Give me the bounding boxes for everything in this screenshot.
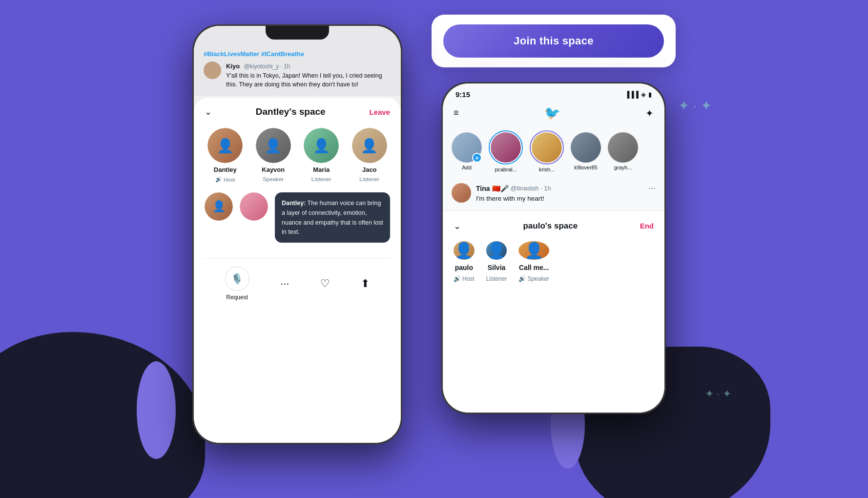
heart-icon[interactable]: ♡ [320,277,330,290]
story-krish[interactable]: krish... [530,130,564,172]
story-add[interactable]: + Add [452,132,482,170]
paulo-role: 🔊Host [454,275,475,282]
share-icon[interactable]: ⬆ [361,277,370,290]
right-phone: 9:15 ▐▐▐ ◈ ▮ ≡ 🐦 ✦ [441,82,666,414]
tina-tweet-text: I'm there with my heart! [476,194,656,204]
paulo-space-title: paulo's space [523,221,578,231]
share-action[interactable]: ⬆ [361,277,370,290]
microphone-icon[interactable]: 🎙️ [225,267,249,291]
participant-maria: 👤 Maria Listener [301,128,342,183]
silvia-participant: 👤 Silvia Listener [486,241,507,282]
maria-role: Listener [311,176,331,182]
paulo-name: paulo [455,264,473,271]
callme-participant: 👤 Call me... 🔊Speaker [518,241,549,282]
participant-jaco: 👤 Jaco Listener [349,128,391,183]
join-card: Join this space [432,15,676,67]
maria-avatar: 👤 [304,128,339,163]
story-k9lover[interactable]: k9lover85 [571,132,601,170]
speaking-box: Dantley: The human voice can bring a lay… [275,192,390,243]
story-krish-ring [530,130,564,165]
paulo-space-sheet: ⌄ paulo's space End 👤 paulo 🔊Host [443,213,664,413]
paulo-host-icon: 🔊 [454,275,461,282]
story-grayh-avatar [608,132,638,163]
callme-name: Call me... [519,264,549,271]
tweet-more-icon[interactable]: ··· [648,183,656,193]
story-add-avatar-wrap: + [452,132,482,163]
join-this-space-button[interactable]: Join this space [443,24,664,58]
more-icon[interactable]: ··· [280,277,289,290]
speaking-name: Dantley: [282,200,306,207]
tweet-handle: @kiyotoshi_y · 1h [244,63,290,70]
participant-kayvon: 👤 Kayvon Speaker [253,128,294,183]
tweet-right: Tina 🇨🇳🎤 @tinastsh · 1h ··· I'm there wi… [443,178,664,211]
wifi-icon: ◈ [641,91,646,98]
story-krish-avatar [532,132,562,163]
tina-tweet-content: Tina 🇨🇳🎤 @tinastsh · 1h ··· I'm there wi… [476,183,656,204]
left-phone-notch [266,26,329,40]
dantley-avatar: 👤 [207,128,243,163]
chevron-down-icon[interactable]: ⌄ [205,106,212,117]
twitter-header: ≡ 🐦 ✦ [443,103,664,125]
twitter-bird-icon: 🐦 [544,105,560,121]
battery-icon: ▮ [648,91,652,98]
tweet-content: Kiyo @kiyotoshi_y · 1h Y'all this is in … [226,62,391,89]
divider [205,258,390,259]
leave-button[interactable]: Leave [369,108,390,116]
sparkle-icon[interactable]: ✦ [645,107,654,119]
kayvon-role: Speaker [263,176,284,182]
paulo-header: ⌄ paulo's space End [454,221,654,231]
story-grayh-label: grayh... [614,165,632,170]
story-pcabral[interactable]: pcabral... [489,130,523,172]
heart-action[interactable]: ♡ [320,277,330,290]
request-action[interactable]: 🎙️ Request [225,267,249,301]
jaco-role: Listener [359,176,379,182]
silvia-role: Listener [486,275,507,282]
host-icon: 🔊 [215,176,222,183]
dantley-role: 🔊Host [215,176,235,183]
status-time: 9:15 [455,90,470,99]
left-phone-frame: #BlackLivesMatter #ICantBreathe Kiyo @ki… [192,24,402,444]
main-layout: #BlackLivesMatter #ICantBreathe Kiyo @ki… [0,0,868,498]
story-grayh[interactable]: grayh... [608,132,638,170]
more-action[interactable]: ··· [280,277,289,290]
participants-grid: 👤 Dantley 🔊Host 👤 Kayvon [205,128,390,183]
story-k9lover-avatar [571,132,601,163]
dantley-small-avatar: 👤 [205,192,233,221]
paulo-chevron-icon[interactable]: ⌄ [454,221,461,231]
tina-avatar [452,183,471,203]
story-pcabral-avatar [491,132,521,163]
status-icons: ▐▐▐ ◈ ▮ [625,91,652,98]
tweet-hashtags: #BlackLivesMatter #ICantBreathe [204,50,391,58]
second-speaker-avatar [240,192,268,221]
story-pcabral-label: pcabral... [495,166,517,172]
story-add-label: Add [462,165,472,170]
callme-role: 🔊Speaker [518,275,549,282]
kayvon-avatar: 👤 [256,128,291,163]
tina-flags: 🇨🇳🎤 [492,185,509,192]
callme-speaker-icon: 🔊 [518,275,526,282]
speaking-text: Dantley: The human voice can bring a lay… [282,200,383,235]
story-krish-label: krish... [539,166,555,172]
dantley-name: Dantley [214,166,237,173]
second-row: 👤 Dantley: The human voice can bring a l… [205,192,390,243]
story-k9lover-label: k9lover85 [574,165,598,170]
request-label: Request [226,294,248,301]
silvia-avatar: 👤 [486,241,507,260]
callme-avatar: 👤 [518,241,549,260]
paulo-participants: 👤 paulo 🔊Host 👤 Silvia Listener [454,241,654,282]
dantley-space-sheet: ⌄ Dantley's space Leave 👤 Dantley 🔊Host [194,98,401,443]
kayvon-name: Kayvon [262,166,285,173]
right-phone-frame: 9:15 ▐▐▐ ◈ ▮ ≡ 🐦 ✦ [441,82,666,414]
end-button[interactable]: End [640,222,654,230]
right-section: Join this space 9:15 ▐▐▐ ◈ ▮ [432,15,676,414]
stories-row: + Add pcabral... [443,125,664,178]
tweet-author: Kiyo [226,62,240,70]
paulo-participant: 👤 paulo 🔊Host [454,241,475,282]
tweet-text: Y'all this is in Tokyo, Japan! When I te… [226,72,391,89]
hamburger-icon[interactable]: ≡ [454,108,459,118]
left-phone: #BlackLivesMatter #ICantBreathe Kiyo @ki… [192,24,402,444]
right-phone-screen: 9:15 ▐▐▐ ◈ ▮ ≡ 🐦 ✦ [443,83,664,413]
story-add-button[interactable]: + [472,153,482,163]
tweet-row: Kiyo @kiyotoshi_y · 1h Y'all this is in … [204,62,391,89]
story-pcabral-ring [489,130,523,165]
